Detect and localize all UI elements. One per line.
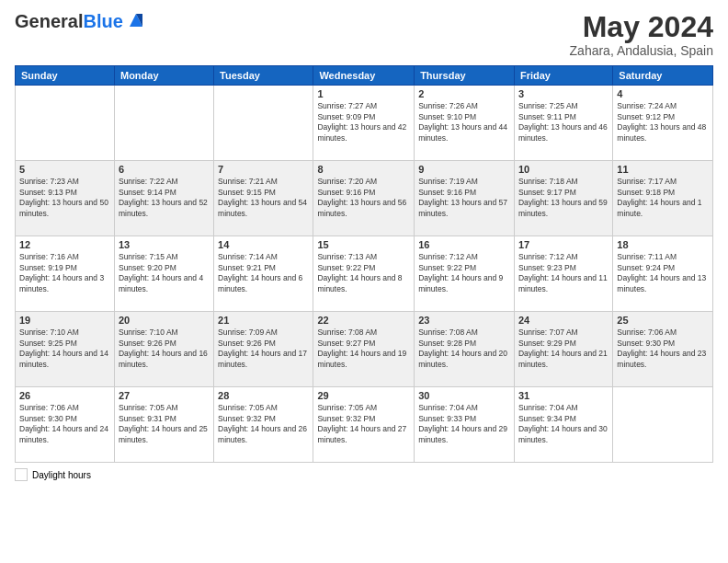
day-number: 15 xyxy=(317,239,410,250)
day-info: Sunrise: 7:22 AMSunset: 9:14 PMDaylight:… xyxy=(119,177,210,219)
calendar-cell: 15Sunrise: 7:13 AMSunset: 9:22 PMDayligh… xyxy=(313,236,415,312)
calendar-cell: 26Sunrise: 7:06 AMSunset: 9:30 PMDayligh… xyxy=(16,387,115,463)
day-info: Sunrise: 7:17 AMSunset: 9:18 PMDaylight:… xyxy=(617,177,709,219)
day-number: 11 xyxy=(617,164,709,175)
day-info: Sunrise: 7:25 AMSunset: 9:11 PMDaylight:… xyxy=(518,101,609,144)
calendar-cell: 19Sunrise: 7:10 AMSunset: 9:25 PMDayligh… xyxy=(16,312,115,387)
month-title: May 2024 xyxy=(570,11,713,43)
day-info: Sunrise: 7:27 AMSunset: 9:09 PMDaylight:… xyxy=(317,101,410,144)
day-number: 12 xyxy=(19,239,110,250)
day-info: Sunrise: 7:15 AMSunset: 9:20 PMDaylight:… xyxy=(119,252,210,294)
day-info: Sunrise: 7:18 AMSunset: 9:17 PMDaylight:… xyxy=(518,177,609,219)
day-number: 6 xyxy=(119,164,210,175)
day-number: 26 xyxy=(19,390,110,401)
calendar-cell: 10Sunrise: 7:18 AMSunset: 9:17 PMDayligh… xyxy=(514,161,612,236)
day-number: 23 xyxy=(418,315,510,326)
day-info: Sunrise: 7:10 AMSunset: 9:26 PMDaylight:… xyxy=(119,327,210,370)
day-number: 16 xyxy=(418,239,510,250)
calendar-cell: 7Sunrise: 7:21 AMSunset: 9:15 PMDaylight… xyxy=(214,161,313,236)
calendar-cell: 2Sunrise: 7:26 AMSunset: 9:10 PMDaylight… xyxy=(415,86,515,161)
day-info: Sunrise: 7:11 AMSunset: 9:24 PMDaylight:… xyxy=(617,252,709,294)
location: Zahara, Andalusia, Spain xyxy=(570,43,713,58)
calendar-cell: 18Sunrise: 7:11 AMSunset: 9:24 PMDayligh… xyxy=(613,236,713,312)
logo-blue: Blue xyxy=(83,11,122,31)
day-number: 20 xyxy=(119,315,210,326)
header: GeneralBlue May 2024 Zahara, Andalusia, … xyxy=(15,11,713,58)
calendar-cell: 23Sunrise: 7:08 AMSunset: 9:28 PMDayligh… xyxy=(415,312,515,387)
day-info: Sunrise: 7:12 AMSunset: 9:22 PMDaylight:… xyxy=(418,252,510,294)
day-info: Sunrise: 7:08 AMSunset: 9:27 PMDaylight:… xyxy=(317,327,410,370)
calendar-cell: 8Sunrise: 7:20 AMSunset: 9:16 PMDaylight… xyxy=(313,161,415,236)
calendar-week-row: 19Sunrise: 7:10 AMSunset: 9:25 PMDayligh… xyxy=(16,312,713,387)
calendar-header-row: SundayMondayTuesdayWednesdayThursdayFrid… xyxy=(16,66,713,86)
calendar-table: SundayMondayTuesdayWednesdayThursdayFrid… xyxy=(15,65,713,463)
calendar-cell: 12Sunrise: 7:16 AMSunset: 9:19 PMDayligh… xyxy=(16,236,115,312)
daylight-label: Daylight hours xyxy=(32,470,91,480)
calendar-week-row: 12Sunrise: 7:16 AMSunset: 9:19 PMDayligh… xyxy=(16,236,713,312)
calendar-week-row: 5Sunrise: 7:23 AMSunset: 9:13 PMDaylight… xyxy=(16,161,713,236)
day-number: 8 xyxy=(317,164,410,175)
calendar-cell: 14Sunrise: 7:14 AMSunset: 9:21 PMDayligh… xyxy=(214,236,313,312)
logo-general: General xyxy=(15,11,83,31)
day-number: 4 xyxy=(617,88,709,99)
calendar-cell: 25Sunrise: 7:06 AMSunset: 9:30 PMDayligh… xyxy=(613,312,713,387)
day-number: 3 xyxy=(518,88,609,99)
day-number: 27 xyxy=(119,390,210,401)
day-number: 13 xyxy=(119,239,210,250)
day-info: Sunrise: 7:13 AMSunset: 9:22 PMDaylight:… xyxy=(317,252,410,294)
day-number: 5 xyxy=(19,164,110,175)
calendar-cell: 13Sunrise: 7:15 AMSunset: 9:20 PMDayligh… xyxy=(114,236,213,312)
day-number: 31 xyxy=(518,390,609,401)
calendar-week-row: 1Sunrise: 7:27 AMSunset: 9:09 PMDaylight… xyxy=(16,86,713,161)
calendar-day-header: Tuesday xyxy=(214,66,313,86)
calendar-cell: 28Sunrise: 7:05 AMSunset: 9:32 PMDayligh… xyxy=(214,387,313,463)
day-info: Sunrise: 7:26 AMSunset: 9:10 PMDaylight:… xyxy=(418,101,510,144)
calendar-cell xyxy=(214,86,313,161)
calendar-day-header: Friday xyxy=(514,66,612,86)
day-info: Sunrise: 7:04 AMSunset: 9:34 PMDaylight:… xyxy=(518,403,609,445)
legend: Daylight hours xyxy=(15,468,713,481)
day-info: Sunrise: 7:23 AMSunset: 9:13 PMDaylight:… xyxy=(19,177,110,219)
day-number: 28 xyxy=(218,390,309,401)
calendar-cell: 31Sunrise: 7:04 AMSunset: 9:34 PMDayligh… xyxy=(514,387,612,463)
day-info: Sunrise: 7:05 AMSunset: 9:32 PMDaylight:… xyxy=(317,403,410,445)
calendar-week-row: 26Sunrise: 7:06 AMSunset: 9:30 PMDayligh… xyxy=(16,387,713,463)
calendar-cell: 21Sunrise: 7:09 AMSunset: 9:26 PMDayligh… xyxy=(214,312,313,387)
calendar-cell: 6Sunrise: 7:22 AMSunset: 9:14 PMDaylight… xyxy=(114,161,213,236)
calendar-cell: 1Sunrise: 7:27 AMSunset: 9:09 PMDaylight… xyxy=(313,86,415,161)
page: GeneralBlue May 2024 Zahara, Andalusia, … xyxy=(0,0,728,563)
day-number: 10 xyxy=(518,164,609,175)
calendar-day-header: Thursday xyxy=(415,66,515,86)
day-info: Sunrise: 7:24 AMSunset: 9:12 PMDaylight:… xyxy=(617,101,709,144)
day-info: Sunrise: 7:06 AMSunset: 9:30 PMDaylight:… xyxy=(19,403,110,445)
title-block: May 2024 Zahara, Andalusia, Spain xyxy=(570,11,713,58)
calendar-cell: 24Sunrise: 7:07 AMSunset: 9:29 PMDayligh… xyxy=(514,312,612,387)
day-info: Sunrise: 7:20 AMSunset: 9:16 PMDaylight:… xyxy=(317,177,410,219)
calendar-cell xyxy=(16,86,115,161)
calendar-cell xyxy=(114,86,213,161)
day-info: Sunrise: 7:05 AMSunset: 9:32 PMDaylight:… xyxy=(218,403,309,445)
logo-text: GeneralBlue xyxy=(15,11,123,32)
calendar-cell: 16Sunrise: 7:12 AMSunset: 9:22 PMDayligh… xyxy=(415,236,515,312)
day-number: 9 xyxy=(418,164,510,175)
day-number: 24 xyxy=(518,315,609,326)
day-info: Sunrise: 7:19 AMSunset: 9:16 PMDaylight:… xyxy=(418,177,510,219)
calendar-day-header: Monday xyxy=(114,66,213,86)
day-info: Sunrise: 7:06 AMSunset: 9:30 PMDaylight:… xyxy=(617,327,709,370)
day-number: 22 xyxy=(317,315,410,326)
logo: GeneralBlue xyxy=(15,11,146,32)
day-number: 19 xyxy=(19,315,110,326)
day-number: 7 xyxy=(218,164,309,175)
legend-swatch xyxy=(15,468,28,481)
day-info: Sunrise: 7:04 AMSunset: 9:33 PMDaylight:… xyxy=(418,403,510,445)
day-info: Sunrise: 7:16 AMSunset: 9:19 PMDaylight:… xyxy=(19,252,110,294)
calendar-cell xyxy=(613,387,713,463)
calendar-cell: 11Sunrise: 7:17 AMSunset: 9:18 PMDayligh… xyxy=(613,161,713,236)
calendar-day-header: Sunday xyxy=(16,66,115,86)
day-number: 21 xyxy=(218,315,309,326)
logo-icon xyxy=(126,10,146,30)
day-info: Sunrise: 7:14 AMSunset: 9:21 PMDaylight:… xyxy=(218,252,309,294)
calendar-cell: 30Sunrise: 7:04 AMSunset: 9:33 PMDayligh… xyxy=(415,387,515,463)
day-info: Sunrise: 7:12 AMSunset: 9:23 PMDaylight:… xyxy=(518,252,609,294)
day-number: 29 xyxy=(317,390,410,401)
